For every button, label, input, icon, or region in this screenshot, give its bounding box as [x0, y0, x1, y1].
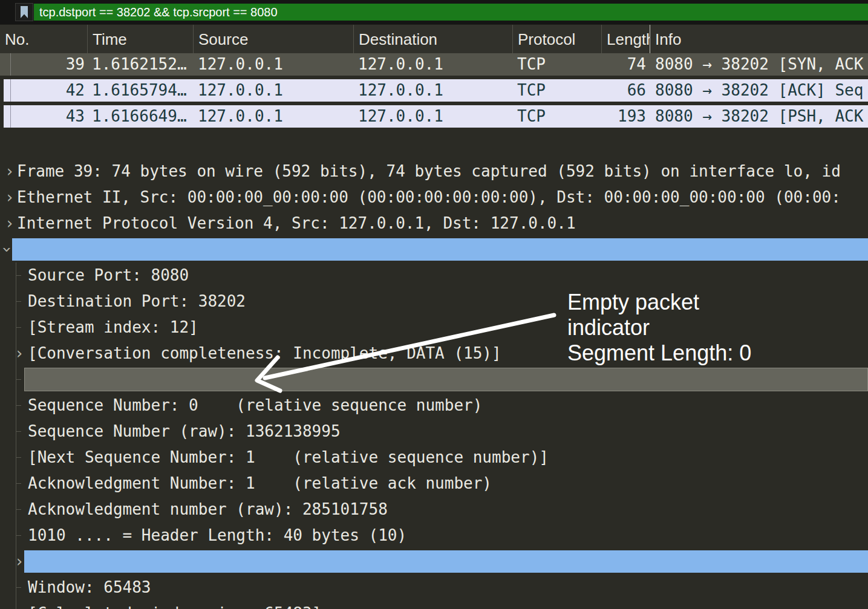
chevron-right-icon[interactable]: ›	[15, 549, 24, 575]
field-highlight-gray: [TCP Segment Len: 0]	[24, 368, 868, 391]
detail-row-ack-number-raw[interactable]: Acknowledgment number (raw): 285101758	[0, 497, 868, 523]
selected-highlight: Flags: 0x012 (SYN, ACK)	[24, 550, 868, 573]
detail-row-tcp-selected[interactable]: › Transmission Control Protocol, Src Por…	[0, 236, 868, 262]
detail-text: Sequence Number (raw): 1362138995	[28, 418, 341, 445]
cell-info: 8080 → 38202 [ACK] Seq	[650, 79, 868, 102]
cell-destination: 127.0.0.1	[354, 53, 513, 76]
chevron-right-icon[interactable]: ›	[5, 184, 15, 210]
cell-info: 8080 → 38202 [PSH, ACK	[650, 105, 868, 128]
detail-text: Source Port: 8080	[28, 262, 189, 288]
detail-text: Frame 39: 74 bytes on wire (592 bits), 7…	[17, 158, 841, 184]
detail-text: [Next Sequence Number: 1 (relative seque…	[28, 445, 549, 471]
column-header-source[interactable]: Source	[194, 25, 354, 53]
detail-text: [Stream index: 12]	[28, 314, 198, 340]
detail-text: Sequence Number: 0 (relative sequence nu…	[28, 392, 482, 418]
tree-tick	[16, 483, 21, 484]
detail-row-source-port[interactable]: Source Port: 8080	[0, 262, 868, 288]
cell-time: 1.6166649…	[88, 105, 194, 128]
detail-row-sequence-number[interactable]: Sequence Number: 0 (relative sequence nu…	[0, 392, 868, 418]
detail-row-frame[interactable]: › Frame 39: 74 bytes on wire (592 bits),…	[0, 158, 868, 184]
detail-text: Window: 65483	[28, 575, 151, 601]
detail-row-flags-selected[interactable]: › Flags: 0x012 (SYN, ACK)	[0, 549, 868, 575]
cell-no: 39	[0, 53, 88, 76]
cell-destination: 127.0.0.1	[354, 105, 513, 128]
column-header-protocol[interactable]: Protocol	[513, 25, 602, 53]
annotation-line: indicator	[567, 315, 751, 340]
tree-tick	[16, 275, 21, 276]
chevron-right-icon[interactable]: ›	[15, 340, 24, 366]
column-header-time[interactable]: Time	[88, 25, 194, 53]
detail-row-window[interactable]: Window: 65483	[0, 575, 868, 601]
column-header-length[interactable]: Length	[602, 25, 650, 53]
cell-time: 1.6165794…	[88, 79, 194, 102]
tree-tick	[16, 509, 21, 510]
column-header-no[interactable]: No.	[0, 25, 88, 53]
detail-row-ack-number[interactable]: Acknowledgment Number: 1 (relative ack n…	[0, 471, 868, 497]
table-row[interactable]: 43 1.6166649… 127.0.0.1 127.0.0.1 TCP 19…	[0, 105, 868, 128]
display-filter-input[interactable]: tcp.dstport == 38202 && tcp.srcport == 8…	[34, 4, 868, 21]
cell-source: 127.0.0.1	[194, 53, 354, 76]
tree-tick	[16, 327, 21, 328]
detail-row-ip[interactable]: › Internet Protocol Version 4, Src: 127.…	[0, 210, 868, 236]
column-header-destination[interactable]: Destination	[354, 25, 513, 53]
detail-text: Acknowledgment number (raw): 285101758	[28, 497, 388, 523]
detail-text: Acknowledgment Number: 1 (relative ack n…	[28, 471, 492, 497]
detail-text: 1010 .... = Header Length: 40 bytes (10)	[28, 523, 406, 549]
cell-source: 127.0.0.1	[194, 79, 354, 102]
table-row[interactable]: 39 1.6162152… 127.0.0.1 127.0.0.1 TCP 74…	[0, 53, 868, 76]
cell-time: 1.6162152…	[88, 53, 194, 76]
cell-destination: 127.0.0.1	[354, 79, 513, 102]
annotation-text: Empty packet indicator Segment Length: 0	[567, 290, 751, 366]
tree-tick	[16, 535, 21, 536]
cell-protocol: TCP	[513, 105, 602, 128]
detail-row-header-length[interactable]: 1010 .... = Header Length: 40 bytes (10)	[0, 523, 868, 549]
filter-toolbar: tcp.dstport == 38202 && tcp.srcport == 8…	[0, 0, 868, 24]
packet-detail-pane: › Frame 39: 74 bytes on wire (592 bits),…	[0, 158, 868, 609]
bookmark-icon	[21, 6, 28, 18]
chevron-right-icon[interactable]: ›	[5, 210, 15, 236]
detail-text: [Conversation completeness: Incomplete, …	[28, 340, 501, 366]
detail-row-ethernet[interactable]: › Ethernet II, Src: 00:00:00_00:00:00 (0…	[0, 184, 868, 210]
detail-text: Internet Protocol Version 4, Src: 127.0.…	[17, 210, 576, 236]
detail-text: Ethernet II, Src: 00:00:00_00:00:00 (00:…	[17, 184, 841, 210]
cell-length: 193	[602, 105, 650, 128]
cell-source: 127.0.0.1	[194, 105, 354, 128]
packet-list-header: No. Time Source Destination Protocol Len…	[0, 24, 868, 53]
cell-length: 66	[602, 79, 650, 102]
cell-protocol: TCP	[513, 53, 602, 76]
detail-row-calculated-window-size[interactable]: [Calculated window size: 65483]	[0, 601, 868, 609]
detail-row-next-sequence-number[interactable]: [Next Sequence Number: 1 (relative seque…	[0, 445, 868, 471]
detail-text: Destination Port: 38202	[28, 288, 246, 314]
cell-info: 8080 → 38202 [SYN, ACK	[650, 53, 868, 76]
tree-tick	[16, 405, 21, 406]
detail-row-sequence-number-raw[interactable]: Sequence Number (raw): 1362138995	[0, 418, 868, 445]
filter-bookmark-button[interactable]	[15, 3, 33, 21]
cell-no: 42	[0, 79, 88, 102]
tree-tick	[16, 379, 21, 380]
table-row[interactable]: 42 1.6165794… 127.0.0.1 127.0.0.1 TCP 66…	[0, 79, 868, 102]
packet-list: 39 1.6162152… 127.0.0.1 127.0.0.1 TCP 74…	[0, 53, 868, 131]
tree-tick	[16, 431, 21, 432]
annotation-line: Empty packet	[567, 290, 751, 315]
annotation-line: Segment Length: 0	[567, 340, 751, 366]
detail-text: [Calculated window size: 65483]	[28, 601, 321, 609]
detail-row-tcp-segment-len[interactable]: [TCP Segment Len: 0]	[0, 366, 868, 392]
cell-no: 43	[0, 105, 88, 128]
chevron-right-icon[interactable]: ›	[5, 158, 15, 184]
tree-tick	[16, 301, 21, 302]
tree-tick	[16, 457, 21, 458]
cell-length: 74	[602, 53, 650, 76]
cell-protocol: TCP	[513, 79, 602, 102]
selected-highlight: Transmission Control Protocol, Src Port:…	[12, 238, 868, 261]
column-header-info[interactable]: Info	[650, 25, 868, 53]
tree-tick	[16, 587, 21, 588]
